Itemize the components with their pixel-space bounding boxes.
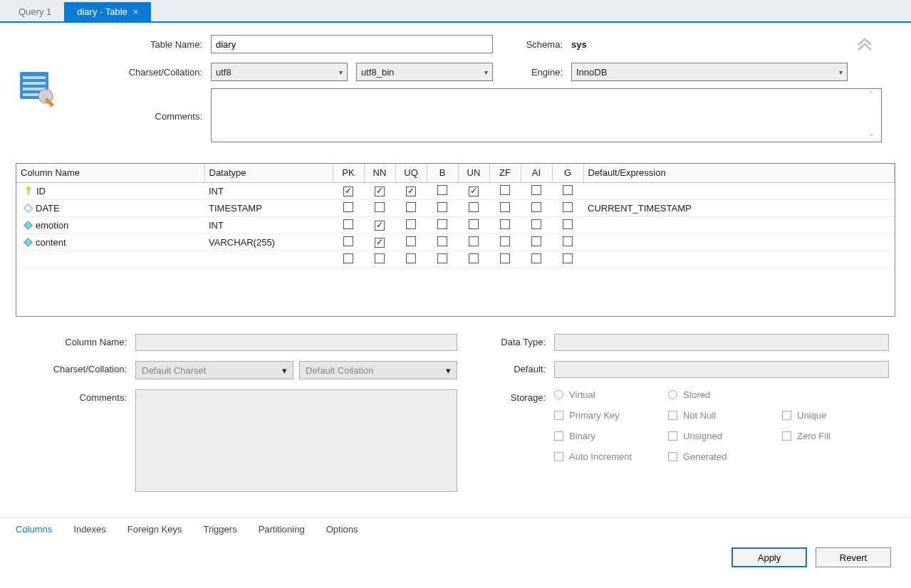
- un-checkbox[interactable]: [469, 202, 479, 212]
- zf-checkbox[interactable]: [500, 219, 510, 229]
- detail-default-input[interactable]: [554, 361, 889, 378]
- btab-foreign-keys[interactable]: Foreign Keys: [125, 523, 185, 536]
- un-checkbox[interactable]: [469, 253, 479, 263]
- btab-indexes[interactable]: Indexes: [71, 523, 109, 536]
- engine-select[interactable]: InnoDB▾: [571, 63, 848, 81]
- ai-checkbox[interactable]: [531, 185, 541, 195]
- ai-checkbox[interactable]: [531, 253, 541, 263]
- g-checkbox[interactable]: [563, 185, 573, 195]
- g-checkbox[interactable]: [563, 253, 573, 263]
- table-row[interactable]: emotionINT: [16, 216, 895, 233]
- col-header-pk[interactable]: PK: [333, 164, 364, 182]
- detail-charset-select[interactable]: Default Charset▾: [135, 361, 293, 379]
- un-checkbox[interactable]: [469, 187, 479, 196]
- zf-checkbox[interactable]: [500, 253, 510, 263]
- col-header-datatype[interactable]: Datatype: [204, 164, 333, 182]
- zf-checkbox[interactable]: [500, 202, 510, 212]
- scrollbar[interactable]: ˄˅: [869, 90, 880, 143]
- btab-columns[interactable]: Columns: [13, 523, 55, 536]
- columns-grid[interactable]: Column Name Datatype PK NN UQ B UN ZF AI…: [16, 163, 895, 317]
- uq-checkbox[interactable]: [406, 187, 416, 196]
- table-row[interactable]: IDINT: [16, 182, 895, 199]
- nn-checkbox[interactable]: [375, 253, 385, 263]
- collapse-panel-icon[interactable]: [848, 33, 882, 56]
- nn-checkbox[interactable]: [375, 238, 385, 248]
- uq-checkbox[interactable]: [406, 202, 416, 212]
- col-header-nn[interactable]: NN: [364, 164, 395, 182]
- un-checkbox[interactable]: [469, 236, 479, 246]
- uq-checkbox[interactable]: [406, 253, 416, 263]
- g-checkbox[interactable]: [563, 202, 573, 212]
- pk-checkbox[interactable]: [343, 202, 353, 212]
- detail-column-name-input[interactable]: [135, 334, 457, 351]
- g-checkbox[interactable]: [563, 219, 573, 229]
- table-name-input[interactable]: [211, 35, 493, 53]
- storage-primary-key[interactable]: Primary Key: [554, 410, 661, 421]
- b-checkbox[interactable]: [437, 219, 447, 229]
- col-header-g[interactable]: G: [552, 164, 583, 182]
- storage-stored[interactable]: Stored: [668, 389, 775, 400]
- un-checkbox[interactable]: [469, 219, 479, 229]
- table-row[interactable]: contentVARCHAR(255): [16, 233, 895, 251]
- action-bar: Apply Revert: [0, 536, 911, 576]
- col-header-un[interactable]: UN: [458, 164, 489, 182]
- label-detail-comments: Comments:: [20, 389, 127, 403]
- col-header-b[interactable]: B: [427, 164, 458, 182]
- col-header-name[interactable]: Column Name: [16, 164, 204, 182]
- col-header-ai[interactable]: AI: [521, 164, 552, 182]
- btab-triggers[interactable]: Triggers: [200, 523, 239, 536]
- storage-virtual[interactable]: Virtual: [554, 389, 661, 400]
- pk-checkbox[interactable]: [343, 253, 353, 263]
- collation-select[interactable]: utf8_bin▾: [356, 63, 493, 81]
- table-comments-input[interactable]: [211, 88, 882, 142]
- b-checkbox[interactable]: [437, 236, 447, 246]
- uq-checkbox[interactable]: [406, 236, 416, 246]
- b-checkbox[interactable]: [437, 185, 447, 195]
- detail-collation-select[interactable]: Default Collation▾: [299, 361, 457, 379]
- nn-checkbox[interactable]: [375, 202, 385, 212]
- btab-partitioning[interactable]: Partitioning: [256, 523, 308, 536]
- ai-checkbox[interactable]: [531, 219, 541, 229]
- b-checkbox[interactable]: [437, 202, 447, 212]
- charset-select[interactable]: utf8▾: [211, 63, 348, 81]
- storage-not-null[interactable]: Not Null: [668, 410, 775, 421]
- col-header-default[interactable]: Default/Expression: [583, 164, 895, 182]
- tab-query-1[interactable]: Query 1: [6, 2, 64, 21]
- label-schema: Schema:: [493, 39, 571, 50]
- nn-checkbox[interactable]: [375, 187, 385, 196]
- col-header-uq[interactable]: UQ: [395, 164, 427, 182]
- pk-checkbox[interactable]: [343, 187, 353, 196]
- detail-data-type-input[interactable]: [554, 334, 889, 351]
- btab-options[interactable]: Options: [323, 523, 361, 536]
- nn-checkbox[interactable]: [375, 221, 385, 231]
- storage-unique[interactable]: Unique: [782, 410, 889, 421]
- column-datatype-cell: [204, 251, 333, 268]
- ai-checkbox[interactable]: [531, 236, 541, 246]
- label-data-type: Data Type:: [466, 334, 546, 347]
- storage-auto-increment[interactable]: Auto Increment: [554, 451, 661, 462]
- ai-checkbox[interactable]: [531, 202, 541, 212]
- revert-button[interactable]: Revert: [816, 547, 891, 567]
- pk-checkbox[interactable]: [343, 236, 353, 246]
- zf-checkbox[interactable]: [500, 236, 510, 246]
- label-charset-collation: Charset/Collation:: [20, 361, 127, 374]
- table-row[interactable]: DATETIMESTAMPCURRENT_TIMESTAMP: [16, 199, 895, 216]
- storage-zero-fill[interactable]: Zero Fill: [782, 431, 889, 441]
- scroll-down-icon[interactable]: ˅: [869, 132, 880, 143]
- apply-button[interactable]: Apply: [732, 547, 807, 567]
- scroll-up-icon[interactable]: ˄: [869, 90, 880, 100]
- tab-diary-table[interactable]: diary - Table ×: [64, 2, 151, 21]
- storage-unsigned[interactable]: Unsigned: [668, 431, 775, 441]
- pk-checkbox[interactable]: [343, 219, 353, 229]
- table-row[interactable]: [16, 251, 895, 268]
- detail-comments-input[interactable]: [135, 389, 457, 492]
- storage-binary[interactable]: Binary: [554, 431, 661, 441]
- uq-checkbox[interactable]: [406, 219, 416, 229]
- close-icon[interactable]: ×: [133, 7, 139, 16]
- table-editor-icon: [16, 66, 90, 111]
- b-checkbox[interactable]: [437, 253, 447, 263]
- storage-generated[interactable]: Generated: [668, 451, 775, 462]
- g-checkbox[interactable]: [563, 236, 573, 246]
- zf-checkbox[interactable]: [500, 185, 510, 195]
- col-header-zf[interactable]: ZF: [489, 164, 521, 182]
